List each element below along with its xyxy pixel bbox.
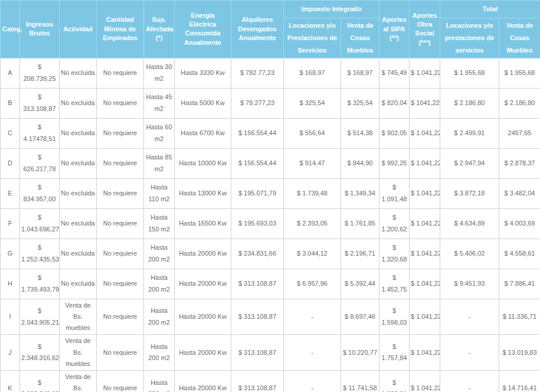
cell-impuesto_venta: $ 1.349,34: [341, 178, 379, 208]
cell-impuesto_locaciones: $ 1.739,48: [284, 178, 341, 208]
cell-actividad: No excluida: [60, 178, 97, 208]
cell-categ: K: [1, 371, 20, 392]
cell-alquileres_devengados: $ 195.693,03: [231, 208, 284, 239]
cell-total_locaciones: -: [440, 335, 499, 371]
cell-impuesto_locaciones: $ 325,54: [284, 88, 341, 118]
cell-sup_afectada: Hasta 200 m2: [144, 269, 175, 299]
cell-energia_electrica: Hasta 16500 Kw: [175, 208, 231, 239]
cell-aportes_obra_social: $ 1.041,22: [410, 148, 440, 178]
cell-impuesto_venta: $ 514,38: [341, 118, 379, 148]
monotributo-table: Categ. Ingresos Brutos Actividad Cantida…: [0, 0, 540, 392]
cell-impuesto_venta: $ 8.697,46: [341, 299, 379, 335]
cell-categ: B: [1, 88, 20, 118]
cell-energia_electrica: Hasta 13000 Kw: [175, 178, 231, 208]
cell-sup_afectada: Hasta 150 m2: [144, 208, 175, 239]
cell-total_venta: $ 13.019,83: [499, 335, 540, 371]
cell-cantidad_minima_empleados: No requiere: [97, 58, 144, 88]
cell-energia_electrica: Hasta 6700 Kw: [175, 118, 231, 148]
cell-energia_electrica: Hasta 5000 Kw: [175, 88, 231, 118]
cell-alquileres_devengados: $ 195.071,79: [231, 178, 284, 208]
cell-aportes_obra_social: $ 1.041,22: [410, 118, 440, 148]
cell-total_venta: 2457,65: [499, 118, 540, 148]
cell-total_locaciones: $ 5.406,02: [440, 239, 499, 269]
col-header-impuesto-venta: Venta de Cosas Muebles: [341, 18, 379, 58]
cell-impuesto_venta: $ 5.392,44: [341, 269, 379, 299]
col-header-alquileres-devengados: Alquileres Devengados Anualmente: [231, 1, 284, 58]
cell-aportes_sipa: $ 992,25: [379, 148, 410, 178]
cell-aportes_obra_social: $ 1.041,22: [410, 178, 440, 208]
col-header-total-locaciones: Locaciones y/o prestaciones de servicios: [440, 18, 499, 58]
table-row: I$ 2.043.905,21Venta de Bs. mueblesNo re…: [1, 299, 540, 335]
cell-total_venta: $ 3.482,04: [499, 178, 540, 208]
cell-cantidad_minima_empleados: No requiere: [97, 269, 144, 299]
cell-categ: H: [1, 269, 20, 299]
cell-total_venta: $ 2.186,80: [499, 88, 540, 118]
cell-aportes_sipa: $ 1.933,61: [379, 371, 410, 392]
cell-sup_afectada: Hasta 200 m2: [144, 371, 175, 392]
cell-actividad: Venta de Bs. muebles: [60, 299, 97, 335]
cell-aportes_sipa: $ 1.200,62: [379, 208, 410, 239]
cell-cantidad_minima_empleados: No requiere: [97, 208, 144, 239]
cell-ingresos_brutos: $ 208.739,25: [20, 58, 60, 88]
cell-impuesto_venta: $ 168,97: [341, 58, 379, 88]
col-group-impuesto-integrado: Impuesto Integrado: [284, 1, 379, 18]
cell-total_venta: $ 4.003,69: [499, 208, 540, 239]
cell-actividad: No excluida: [60, 239, 97, 269]
col-header-actividad: Actividad: [60, 1, 97, 58]
cell-cantidad_minima_empleados: No requiere: [97, 118, 144, 148]
cell-actividad: No excluida: [60, 118, 97, 148]
col-header-aportes-obra-social: Aportes Obra Social (***): [410, 1, 440, 58]
table-row: C$ 4.17478,51No excluidaNo requiereHasta…: [1, 118, 540, 148]
cell-categ: C: [1, 118, 20, 148]
table-row: B$ 313.108,87No excluidaNo requiereHasta…: [1, 88, 540, 118]
cell-impuesto_venta: $ 2.196,71: [341, 239, 379, 269]
cell-sup_afectada: Hasta 30 m2: [144, 58, 175, 88]
cell-aportes_obra_social: $ 1041,22: [410, 88, 440, 118]
cell-alquileres_devengados: $ 156.554,44: [231, 118, 284, 148]
cell-ingresos_brutos: $ 2.348.316,62: [20, 335, 60, 371]
cell-cantidad_minima_empleados: No requiere: [97, 335, 144, 371]
col-group-total: Total: [440, 1, 540, 18]
cell-ingresos_brutos: $ 626.217,78: [20, 148, 60, 178]
cell-total_venta: $ 11.336,71: [499, 299, 540, 335]
cell-ingresos_brutos: $ 1.252.435,53: [20, 239, 60, 269]
cell-ingresos_brutos: $ 1.739.493,79: [20, 269, 60, 299]
col-header-total-venta: Venta de Cosas Muebles: [499, 18, 540, 58]
cell-actividad: No excluida: [60, 58, 97, 88]
cell-energia_electrica: Hasta 10000 Kw: [175, 148, 231, 178]
cell-sup_afectada: Hasta 85 m2: [144, 148, 175, 178]
cell-actividad: Venta de Bs. muebles: [60, 371, 97, 392]
cell-aportes_sipa: $ 1.091,48: [379, 178, 410, 208]
cell-impuesto_venta: $ 10.220,77: [341, 335, 379, 371]
cell-total_locaciones: $ 2.186,80: [440, 88, 499, 118]
col-header-energia-electrica: Energía Eléctrica Consumida Anualmente: [175, 1, 231, 58]
cell-aportes_sipa: $ 1.757,84: [379, 335, 410, 371]
cell-categ: E: [1, 178, 20, 208]
cell-impuesto_venta: $ 325,54: [341, 88, 379, 118]
cell-impuesto_locaciones: $ 2.393,05: [284, 208, 341, 239]
cell-actividad: No excluida: [60, 88, 97, 118]
cell-alquileres_devengados: $ 313.108,87: [231, 299, 284, 335]
cell-sup_afectada: Hasta 200 m2: [144, 335, 175, 371]
cell-cantidad_minima_empleados: No requiere: [97, 88, 144, 118]
cell-actividad: No excluida: [60, 269, 97, 299]
cell-energia_electrica: Hasta 20000 Kw: [175, 299, 231, 335]
cell-categ: I: [1, 299, 20, 335]
table-row: J$ 2.348.316,62Venta de Bs. mueblesNo re…: [1, 335, 540, 371]
cell-alquileres_devengados: $ 78.277,23: [231, 88, 284, 118]
col-header-categ: Categ.: [1, 1, 20, 58]
cell-aportes_sipa: $ 1.598,03: [379, 299, 410, 335]
cell-total_locaciones: $ 9.451,93: [440, 269, 499, 299]
cell-aportes_obra_social: $ 1.041,22: [410, 208, 440, 239]
cell-total_venta: $ 1.955,68: [499, 58, 540, 88]
cell-energia_electrica: Hasta 20000 Kw: [175, 269, 231, 299]
cell-total_venta: $ 4.558,61: [499, 239, 540, 269]
table-row: K$ 2.609.240,69Venta de Bs. mueblesNo re…: [1, 371, 540, 392]
cell-actividad: No excluida: [60, 148, 97, 178]
cell-aportes_obra_social: $ 1.041,22: [410, 335, 440, 371]
cell-cantidad_minima_empleados: No requiere: [97, 299, 144, 335]
cell-energia_electrica: Hasta 20000 Kw: [175, 371, 231, 392]
cell-alquileres_devengados: $ 313.108,87: [231, 371, 284, 392]
cell-alquileres_devengados: $ 234.831,66: [231, 239, 284, 269]
table-body: A$ 208.739,25No excluidaNo requiereHasta…: [1, 58, 540, 392]
